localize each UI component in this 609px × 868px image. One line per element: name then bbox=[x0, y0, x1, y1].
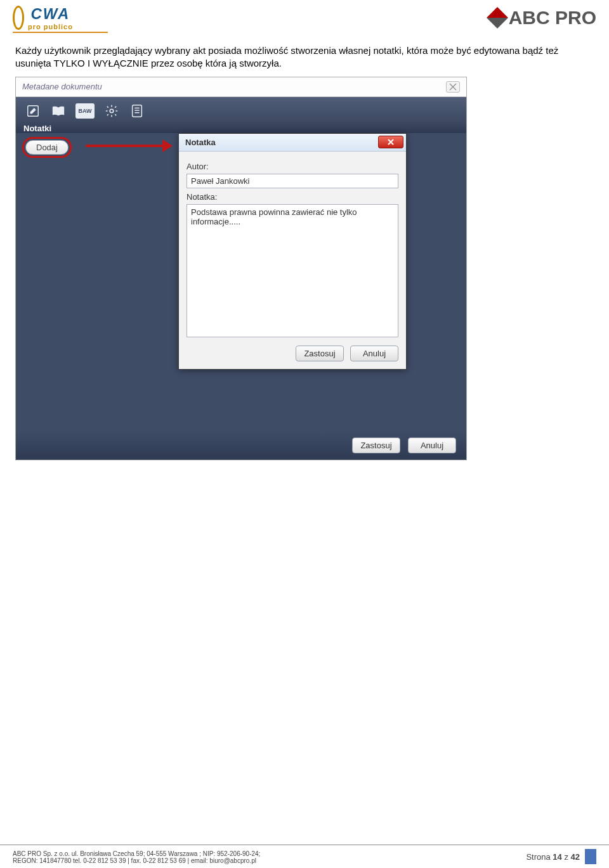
abcpro-logo-text: ABC PRO bbox=[509, 7, 596, 29]
page-label-pre: Strona bbox=[526, 852, 553, 862]
notatka-cancel-button[interactable]: Anuluj bbox=[350, 346, 398, 361]
abcpro-diamond-icon bbox=[487, 7, 508, 29]
app-screenshot: Metadane dokumentu BAW Notatki Dodaj bbox=[15, 77, 467, 460]
page-footer: ABC PRO Sp. z o.o. ul. Bronisława Czecha… bbox=[0, 845, 609, 868]
gear-icon[interactable] bbox=[103, 103, 120, 119]
note-label: Notatka: bbox=[187, 192, 398, 202]
tab-strip: Notatki bbox=[16, 121, 466, 133]
page-total: 42 bbox=[571, 852, 580, 862]
notatka-dialog: Notatka Autor: Notatka: Zastosuj Anuluj bbox=[178, 133, 407, 370]
header-underline bbox=[13, 32, 108, 33]
app-toolbar: BAW bbox=[16, 97, 466, 121]
svg-point-1 bbox=[110, 109, 114, 113]
outer-apply-button[interactable]: Zastosuj bbox=[352, 437, 400, 453]
cwa-logo-top: CWA bbox=[30, 5, 70, 23]
tab-notatki[interactable]: Notatki bbox=[23, 124, 51, 133]
dodaj-highlight: Dodaj bbox=[22, 137, 72, 158]
cwa-logo-bottom: pro publico bbox=[28, 23, 73, 30]
page-sep: z bbox=[562, 852, 571, 862]
outer-cancel-button[interactable]: Anuluj bbox=[408, 437, 456, 453]
author-field[interactable] bbox=[187, 174, 398, 188]
dodaj-button[interactable]: Dodaj bbox=[25, 140, 69, 155]
page-number: Strona 14 z 42 bbox=[526, 849, 596, 864]
notatka-apply-button[interactable]: Zastosuj bbox=[296, 346, 344, 361]
note-textarea[interactable] bbox=[187, 204, 398, 337]
body-paragraph: Każdy użytkownik przeglądający wybrany a… bbox=[0, 42, 609, 77]
svg-rect-2 bbox=[133, 105, 142, 116]
close-icon bbox=[387, 138, 395, 146]
callout-arrow-icon bbox=[86, 145, 171, 147]
list-icon[interactable] bbox=[129, 103, 145, 119]
metadata-close-button[interactable] bbox=[446, 81, 460, 93]
cwa-logo: CWA pro publico bbox=[13, 5, 73, 30]
metadata-window-titlebar: Metadane dokumentu bbox=[16, 77, 466, 97]
edit-icon[interactable] bbox=[25, 103, 41, 119]
notatka-close-button[interactable] bbox=[378, 136, 403, 148]
close-icon bbox=[449, 83, 457, 91]
metadata-window-title: Metadane dokumentu bbox=[22, 82, 102, 91]
baw-icon[interactable]: BAW bbox=[75, 103, 95, 119]
baw-icon-label: BAW bbox=[79, 108, 92, 114]
notatka-titlebar: Notatka bbox=[179, 134, 406, 152]
notatka-title: Notatka bbox=[185, 138, 216, 147]
page-marker-icon bbox=[585, 849, 596, 864]
book-icon[interactable] bbox=[50, 103, 67, 119]
page-header: CWA pro publico ABC PRO bbox=[0, 0, 609, 32]
footer-line1: ABC PRO Sp. z o.o. ul. Bronisława Czecha… bbox=[13, 850, 260, 857]
metadata-footer-bar: Zastosuj Anuluj bbox=[16, 431, 466, 460]
page-current: 14 bbox=[553, 852, 561, 862]
cwa-oval-icon bbox=[13, 6, 24, 30]
author-label: Autor: bbox=[187, 162, 398, 171]
abcpro-logo: ABC PRO bbox=[490, 7, 596, 29]
footer-line2: REGON: 141847780 tel. 0-22 812 53 39 | f… bbox=[13, 857, 260, 864]
workspace: Dodaj Notatka Autor: Notatka: Zastosuj A… bbox=[16, 133, 466, 431]
